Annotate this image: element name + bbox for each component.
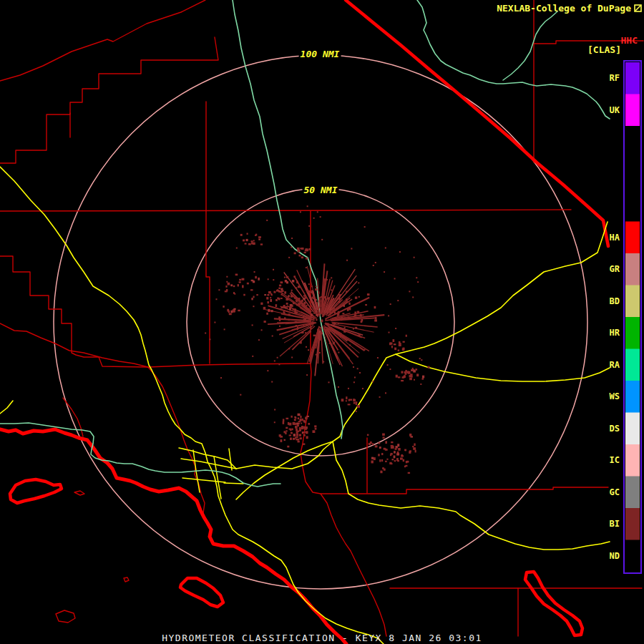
- island-outline: [74, 491, 84, 495]
- legend-label-HA: HA: [610, 233, 620, 243]
- island-outline: [180, 578, 223, 607]
- island-outline: [56, 610, 75, 623]
- legend-label-RF: RF: [610, 73, 620, 83]
- road: [224, 483, 243, 484]
- radar-echoes: [205, 205, 429, 474]
- river: [503, 11, 557, 80]
- legend-label-IC: IC: [610, 455, 620, 465]
- county-line: [0, 256, 311, 367]
- island-outline: [124, 577, 129, 582]
- legend-swatch-BI: [625, 508, 640, 540]
- legend-swatch-blank: [625, 126, 640, 158]
- island-outline: [525, 572, 582, 635]
- legend-swatch-RF: [625, 62, 640, 94]
- island-outline: [10, 479, 62, 503]
- legend-label-WS: WS: [610, 391, 620, 401]
- county-line: [0, 0, 205, 81]
- range-ring-label-100nmi: 100 NMI: [299, 49, 341, 59]
- legend-swatch-GC: [625, 477, 640, 509]
- road: [0, 167, 384, 644]
- county-line: [206, 102, 210, 364]
- legend-label-RA: RA: [610, 360, 620, 370]
- legend-swatch-GR: [625, 253, 640, 286]
- radar-map-canvas: [0, 0, 644, 644]
- road: [236, 441, 333, 469]
- legend-swatch-ND: [625, 540, 640, 572]
- road: [182, 478, 225, 482]
- legend-swatch-RA: [625, 349, 640, 381]
- legend-label-GR: GR: [610, 264, 620, 274]
- road: [333, 222, 608, 441]
- site-title-text: NEXLAB-College of DuPage: [497, 3, 631, 14]
- coastline: [0, 429, 346, 644]
- road: [236, 441, 333, 499]
- legend-label-HR: HR: [610, 328, 620, 338]
- legend-swatch-BD: [625, 286, 640, 318]
- river: [233, 0, 343, 439]
- legend-label-DS: DS: [610, 424, 620, 434]
- product-tag: [CLAS]: [587, 44, 621, 55]
- river: [417, 0, 610, 119]
- product-caption: HYDROMETEOR CLASSIFICATION - KEYX 8 JAN …: [162, 633, 482, 643]
- county-line: [0, 210, 571, 211]
- county-line: [0, 37, 218, 163]
- legend-swatch-WS: [625, 381, 640, 413]
- legend-swatch-blank: [625, 158, 640, 190]
- road: [179, 448, 236, 469]
- road: [0, 401, 13, 414]
- legend-swatch-HR: [625, 317, 640, 349]
- legend-swatch-HA: [625, 222, 640, 254]
- radar-display: NEXLAB-College of DuPage HHC [CLAS] 50 N…: [0, 0, 644, 644]
- county-line: [321, 487, 608, 494]
- legend-label-BI: BI: [610, 519, 620, 529]
- legend-label-UK: UK: [610, 105, 620, 115]
- county-line: [0, 323, 207, 521]
- legend-swatch-UK: [625, 94, 640, 127]
- range-ring-label-50nmi: 50 NMI: [303, 185, 339, 195]
- legend-label-GC: GC: [610, 487, 620, 497]
- legend-label-BD: BD: [610, 296, 620, 306]
- legend-swatch-DS: [625, 413, 640, 445]
- legend-label-ND: ND: [610, 551, 620, 561]
- legend-swatch-IC: [625, 444, 640, 477]
- product-code: HHC: [621, 35, 638, 46]
- legend-swatch-blank: [625, 190, 640, 222]
- dupage-logo-icon: [634, 4, 642, 12]
- site-title: NEXLAB-College of DuPage: [497, 3, 642, 14]
